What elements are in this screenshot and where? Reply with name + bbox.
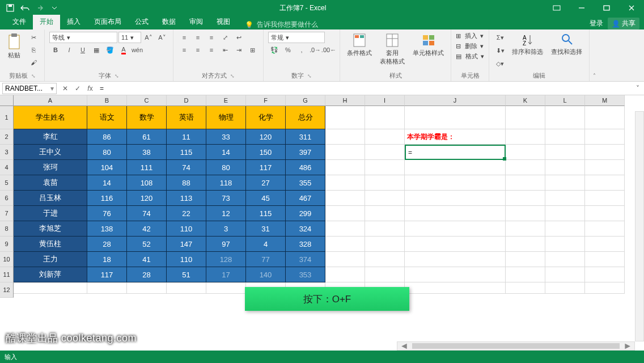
cell[interactable] — [545, 145, 585, 160]
score-cell[interactable]: 51 — [167, 267, 206, 282]
expand-formula-icon[interactable]: ˅ — [632, 85, 644, 92]
cell[interactable] — [325, 206, 365, 221]
score-cell[interactable]: 28 — [87, 237, 127, 252]
dialog-launcher-icon[interactable]: ⤡ — [31, 73, 36, 79]
cell[interactable] — [545, 252, 585, 267]
score-cell[interactable]: 4 — [246, 237, 286, 252]
increase-decimal-icon[interactable]: .0→ — [309, 44, 321, 56]
phonetic-icon[interactable]: wén — [131, 44, 143, 56]
col-header-M[interactable]: M — [585, 95, 625, 106]
align-left-icon[interactable]: ≡ — [178, 44, 190, 56]
row-header-4[interactable]: 4 — [0, 160, 14, 175]
cell[interactable] — [405, 160, 506, 175]
table-header[interactable]: 数学 — [127, 106, 167, 129]
cell[interactable] — [506, 267, 545, 282]
score-cell[interactable]: 116 — [87, 191, 127, 206]
cell[interactable] — [325, 106, 365, 129]
score-cell[interactable]: 27 — [246, 175, 286, 191]
formula-input[interactable]: = — [96, 85, 632, 92]
tab-home[interactable]: 开始 — [33, 15, 60, 29]
cell[interactable] — [365, 129, 405, 145]
score-cell[interactable]: 128 — [206, 252, 246, 267]
cell[interactable] — [506, 160, 545, 175]
cell[interactable] — [585, 282, 625, 294]
tab-review[interactable]: 审阅 — [183, 15, 210, 29]
score-cell[interactable]: 42 — [127, 221, 167, 237]
row-header-11[interactable]: 11 — [0, 267, 14, 282]
col-header-C[interactable]: C — [127, 95, 167, 106]
cut-icon[interactable]: ✂ — [27, 32, 40, 43]
cell[interactable] — [365, 252, 405, 267]
tab-file[interactable]: 文件 — [6, 15, 33, 29]
cell[interactable] — [325, 267, 365, 282]
row-header-2[interactable]: 2 — [0, 129, 14, 145]
conditional-format-button[interactable]: 条件格式 — [345, 32, 374, 58]
score-cell[interactable]: 73 — [206, 191, 246, 206]
close-icon[interactable] — [619, 0, 644, 16]
cell[interactable] — [585, 221, 625, 237]
find-select-button[interactable]: 查找和选择 — [549, 32, 584, 57]
active-cell[interactable]: = — [405, 145, 506, 160]
cell[interactable] — [365, 191, 405, 206]
cell[interactable] — [506, 282, 545, 294]
cell[interactable] — [585, 267, 625, 282]
score-cell[interactable]: 113 — [167, 191, 206, 206]
format-cells-button[interactable]: ▤ 格式 ▾ — [456, 52, 484, 61]
sort-filter-button[interactable]: AZ排序和筛选 — [510, 32, 545, 57]
wrap-text-icon[interactable]: ↩ — [232, 32, 245, 43]
tell-me[interactable]: 💡告诉我你想要做什么 — [245, 20, 318, 29]
student-name[interactable]: 张珂 — [14, 160, 87, 175]
cell[interactable] — [545, 267, 585, 282]
cell[interactable] — [545, 129, 585, 145]
cell[interactable] — [585, 145, 625, 160]
score-cell[interactable]: 38 — [127, 145, 167, 160]
score-cell[interactable]: 120 — [246, 129, 286, 145]
cell[interactable] — [585, 175, 625, 191]
score-cell[interactable]: 110 — [167, 221, 206, 237]
fill-color-icon[interactable]: 🪣 — [104, 44, 116, 56]
student-name[interactable]: 王中义 — [14, 145, 87, 160]
student-name[interactable]: 李红 — [14, 129, 87, 145]
col-header-L[interactable]: L — [545, 95, 585, 106]
cell-styles-button[interactable]: 单元格样式 — [410, 32, 446, 58]
cell[interactable] — [405, 237, 506, 252]
score-cell[interactable]: 467 — [286, 191, 325, 206]
col-header-B[interactable]: B — [87, 95, 127, 106]
cell[interactable] — [365, 221, 405, 237]
cell[interactable] — [506, 252, 545, 267]
cell[interactable] — [585, 191, 625, 206]
cell[interactable] — [365, 160, 405, 175]
italic-icon[interactable]: I — [63, 44, 75, 56]
bold-icon[interactable]: B — [49, 44, 62, 56]
score-cell[interactable]: 97 — [206, 237, 246, 252]
share-button[interactable]: 👤共享 — [608, 18, 639, 29]
dialog-launcher-icon[interactable]: ⤡ — [230, 73, 235, 79]
tab-view[interactable]: 视图 — [210, 15, 237, 29]
cell[interactable] — [167, 282, 206, 294]
score-cell[interactable]: 140 — [246, 267, 286, 282]
cell[interactable] — [545, 106, 585, 129]
cell[interactable] — [365, 175, 405, 191]
fx-icon[interactable]: fx — [84, 85, 96, 92]
score-cell[interactable]: 104 — [87, 160, 127, 175]
score-cell[interactable]: 12 — [206, 206, 246, 221]
cell[interactable] — [405, 191, 506, 206]
cell[interactable] — [585, 237, 625, 252]
border-icon[interactable]: ▦ — [90, 44, 103, 56]
row-header-1[interactable]: 1 — [0, 106, 14, 129]
cell[interactable] — [545, 221, 585, 237]
cell[interactable] — [325, 129, 365, 145]
score-cell[interactable]: 117 — [87, 267, 127, 282]
cell[interactable] — [545, 282, 585, 294]
cell[interactable] — [545, 191, 585, 206]
cell[interactable] — [365, 145, 405, 160]
col-header-H[interactable]: H — [325, 95, 365, 106]
select-all-corner[interactable] — [0, 95, 14, 106]
score-cell[interactable]: 324 — [286, 221, 325, 237]
row-header-12[interactable]: 12 — [0, 282, 14, 298]
cell[interactable] — [585, 160, 625, 175]
table-header[interactable]: 化学 — [246, 106, 286, 129]
score-cell[interactable]: 110 — [167, 252, 206, 267]
cell[interactable] — [365, 267, 405, 282]
cell[interactable] — [405, 252, 506, 267]
